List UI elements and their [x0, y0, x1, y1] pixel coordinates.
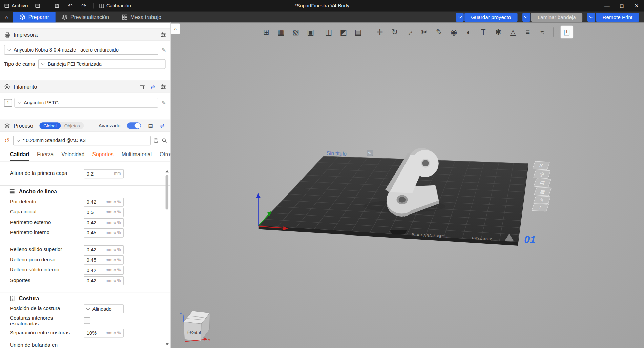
sparse-infill-line-width-input[interactable]: mm o % [84, 255, 124, 264]
setting-value-input[interactable] [87, 330, 104, 336]
printer-select[interactable]: Anycubic Kobra 3 0.4 nozzle - acero endu… [4, 45, 158, 55]
navigation-cube[interactable]: z Frontal x [180, 310, 210, 342]
fuzzy-skin-icon[interactable]: ≈ [535, 25, 550, 40]
emboss-icon[interactable]: ✱ [491, 25, 506, 40]
filament-edit-icon[interactable]: ✎ [161, 100, 167, 106]
internal-solid-infill-line-width-input[interactable]: mm o % [84, 266, 124, 275]
setting-value-input[interactable] [87, 247, 104, 252]
setting-value-input[interactable] [87, 257, 104, 263]
first-layer-height-input[interactable]: mm [84, 169, 124, 178]
variable-layer-icon[interactable]: ≡ [520, 25, 535, 40]
minimize-button[interactable]: — [600, 0, 615, 12]
scope-global-option[interactable]: Global [39, 122, 61, 129]
support-line-width-input[interactable]: mm o % [84, 276, 124, 285]
text-tool-icon[interactable]: T [476, 25, 491, 40]
cut-icon[interactable]: ✂ [417, 25, 432, 40]
setting-value-input[interactable] [87, 278, 104, 283]
plate-lock-icon[interactable]: ◎ [533, 170, 551, 179]
scroll-up-arrow[interactable] [166, 170, 169, 172]
printer-settings-icon[interactable] [160, 32, 166, 38]
support-paint-icon[interactable]: ✎ [432, 25, 446, 40]
scale-icon[interactable]: ↔ [402, 25, 417, 40]
rotate-icon[interactable]: ↻ [387, 25, 402, 40]
setting-value-input[interactable] [87, 199, 104, 205]
undo-button[interactable]: ↶ [66, 2, 74, 10]
add-plate-icon[interactable]: ▦ [273, 25, 288, 40]
setting-value-input[interactable] [87, 220, 104, 225]
file-menu[interactable]: Archivo [4, 3, 28, 8]
save-project-dropdown[interactable] [456, 13, 463, 22]
seam-position-select[interactable]: Alineado [84, 304, 124, 313]
setting-value-input[interactable] [87, 209, 104, 215]
filament-settings-icon[interactable] [160, 84, 166, 90]
advanced-toggle[interactable] [127, 122, 141, 129]
outer-wall-line-width-input[interactable]: mm o % [84, 218, 124, 227]
seam-paint-icon[interactable]: ◉ [446, 25, 461, 40]
slice-plate-dropdown[interactable] [522, 13, 530, 22]
seam-gap-input[interactable]: mm o % [84, 328, 124, 337]
auto-arrange-icon[interactable]: ▧ [288, 25, 303, 40]
plate-name-edit-icon[interactable]: ✎ [367, 150, 373, 156]
sidebar-collapse-button[interactable]: ‹› [171, 23, 181, 34]
calibration-menu[interactable]: Calibración [99, 3, 131, 8]
scrollbar-thumb[interactable] [166, 175, 168, 209]
scope-objects-option[interactable]: Objetos [61, 122, 84, 129]
process-page-list-icon[interactable]: ▤ [147, 122, 155, 130]
redo-button[interactable]: ↷ [80, 2, 88, 10]
process-tab-fuerza[interactable]: Fuerza [37, 151, 54, 161]
filament-add-icon[interactable] [139, 84, 145, 90]
plate-arrange-icon[interactable]: ▦ [534, 187, 552, 196]
slice-plate-button[interactable]: Laminar bandeja [531, 13, 582, 22]
setting-value-input[interactable] [87, 267, 104, 273]
split-parts-icon[interactable]: ◩ [336, 25, 351, 40]
process-tab-multimaterial[interactable]: Multimaterial [122, 151, 152, 161]
home-button[interactable]: ⌂ [0, 12, 13, 23]
filament-index-badge[interactable]: 1 [4, 99, 12, 107]
close-button[interactable]: ✕ [629, 0, 644, 12]
viewport-3d[interactable]: PLA / ABS / PETG ANYCUBIC Sin título ✎ [171, 23, 644, 348]
process-tab-calidad[interactable]: Calidad [10, 151, 29, 161]
top-surface-line-width-input[interactable]: mm o % [84, 245, 124, 254]
first-layer-line-width-input[interactable]: mm o % [84, 208, 124, 217]
viewport-3d-scene[interactable]: PLA / ABS / PETG ANYCUBIC Sin título ✎ [171, 23, 644, 348]
tab-prepare[interactable]: Preparar [13, 12, 55, 23]
setting-value-input[interactable] [87, 171, 104, 177]
add-object-icon[interactable]: ⊞ [259, 25, 274, 40]
layout-row-icon[interactable]: ▤ [351, 25, 366, 40]
assembly-view-icon[interactable]: ◳ [560, 25, 574, 39]
save-project-button[interactable]: Guardar proyecto [464, 13, 518, 22]
tab-preview[interactable]: Previsualización [55, 12, 115, 23]
bed-type-select[interactable]: Bandeja PEI Texturizada [38, 59, 165, 69]
mirror-icon[interactable]: ◐ [461, 25, 476, 40]
process-tab-soportes[interactable]: Soportes [92, 151, 114, 161]
filament-sync-icon[interactable]: ⇄ [149, 83, 157, 91]
settings-scrollbar[interactable] [165, 168, 169, 346]
maximize-button[interactable]: □ [615, 0, 629, 12]
process-tab-otros[interactable]: Otros [160, 151, 171, 161]
save-button[interactable] [53, 2, 61, 10]
remote-print-dropdown[interactable] [587, 13, 595, 22]
scroll-down-arrow[interactable] [166, 343, 169, 345]
plate-delete-icon[interactable]: ✕ [532, 161, 550, 170]
news-button[interactable] [33, 2, 41, 10]
screenshot-icon[interactable]: ▣ [303, 25, 318, 40]
plate-name-label[interactable]: Sin título [327, 150, 347, 157]
measure-icon[interactable]: △ [505, 25, 520, 40]
preset-save-icon[interactable] [153, 138, 159, 143]
preset-reset-icon[interactable]: ↺ [3, 137, 11, 144]
default-line-width-input[interactable]: mm o % [84, 198, 124, 207]
process-tab-velocidad[interactable]: Velocidad [61, 151, 84, 161]
process-preset-select[interactable]: * 0.20mm Standard @AC K3 [13, 136, 151, 145]
move-icon[interactable]: ✛ [373, 25, 388, 40]
filament-select[interactable]: Anycubic PETG [14, 98, 158, 108]
plate-orient-icon[interactable]: ↑ [532, 203, 549, 212]
split-objects-icon[interactable]: ◫ [321, 25, 336, 40]
setting-value-input[interactable] [87, 230, 104, 236]
tab-workbench[interactable]: Mesa trabajo [115, 12, 167, 23]
preset-search-icon[interactable] [161, 138, 167, 143]
process-compare-icon[interactable]: ⇄ [158, 122, 166, 130]
remote-print-button[interactable]: Remote Print [596, 13, 639, 22]
inner-wall-line-width-input[interactable]: mm o % [84, 228, 124, 237]
printer-edit-icon[interactable]: ✎ [161, 47, 167, 53]
staggered-inner-seams-checkbox[interactable] [84, 317, 90, 323]
